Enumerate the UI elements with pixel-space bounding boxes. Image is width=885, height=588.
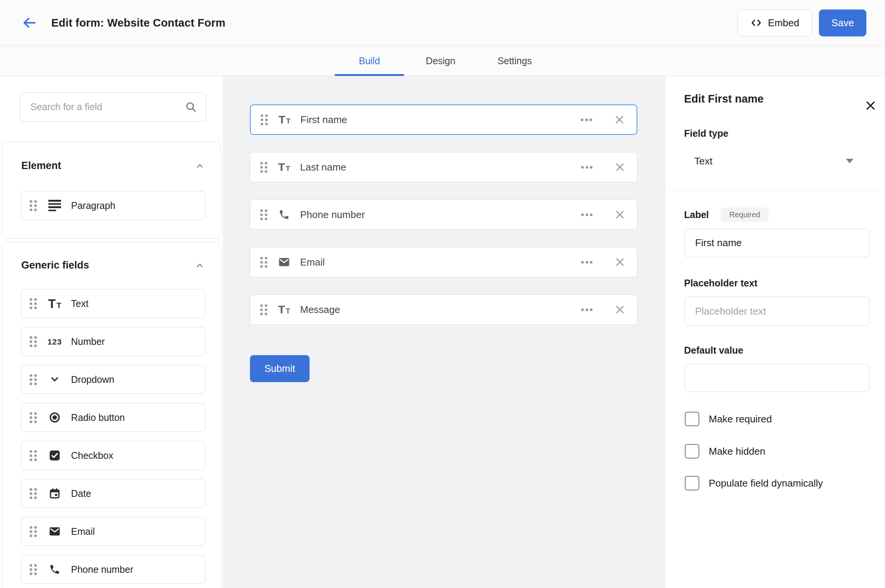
delete-field-button[interactable] <box>613 161 626 174</box>
close-icon <box>613 208 626 221</box>
delete-field-button[interactable] <box>613 208 626 221</box>
more-options-icon[interactable] <box>578 258 596 267</box>
chevron-down-icon <box>46 373 63 386</box>
more-options-icon[interactable] <box>578 305 596 314</box>
collapse-element-button[interactable] <box>194 160 205 172</box>
drag-handle-icon[interactable] <box>30 488 37 499</box>
drag-handle-icon[interactable] <box>260 257 267 268</box>
text-icon: TT <box>277 161 292 173</box>
palette-item-phone[interactable]: Phone number <box>21 555 205 584</box>
field-type-select[interactable]: Text <box>684 150 869 172</box>
drag-handle-icon[interactable] <box>260 209 267 220</box>
delete-field-button[interactable] <box>613 303 626 316</box>
drag-handle-icon[interactable] <box>30 412 37 423</box>
collapse-generic-button[interactable] <box>194 260 205 271</box>
tab-design[interactable]: Design <box>405 46 477 76</box>
populate-dynamically-checkbox-row[interactable]: Populate field dynamically <box>685 476 823 490</box>
panel-divider <box>665 190 885 190</box>
tab-settings-label: Settings <box>498 55 532 66</box>
calendar-icon <box>46 488 63 499</box>
palette-item-checkbox[interactable]: Checkbox <box>21 441 205 470</box>
palette-item-dropdown[interactable]: Dropdown <box>21 365 205 394</box>
tab-build[interactable]: Build <box>335 46 404 76</box>
back-arrow-icon <box>21 15 37 31</box>
palette-item-number[interactable]: 123 Number <box>21 327 205 356</box>
checkbox-unchecked-icon[interactable] <box>685 476 699 490</box>
drag-handle-icon[interactable] <box>260 304 267 315</box>
drag-handle-icon[interactable] <box>30 200 37 211</box>
form-canvas: TT First name TT Last name <box>224 76 665 588</box>
search-input[interactable] <box>20 101 185 112</box>
drag-handle-icon[interactable] <box>30 526 37 537</box>
drag-handle-icon[interactable] <box>261 114 268 125</box>
form-field-first-name[interactable]: TT First name <box>250 104 637 135</box>
drag-handle-icon[interactable] <box>30 450 37 461</box>
palette-item-email[interactable]: Email <box>21 517 205 546</box>
drag-handle-icon[interactable] <box>30 564 37 575</box>
palette-item-label: Paragraph <box>71 200 115 211</box>
panel-close-button[interactable] <box>862 97 879 114</box>
palette-item-label: Date <box>71 488 91 499</box>
more-options-icon[interactable] <box>578 210 596 219</box>
tab-bar: Build Design Settings <box>0 46 885 76</box>
checkbox-unchecked-icon[interactable] <box>685 444 699 458</box>
panel-title: Edit First name <box>684 93 764 105</box>
phone-icon <box>277 209 292 220</box>
drag-handle-icon[interactable] <box>30 298 37 309</box>
palette-item-radio[interactable]: Radio button <box>21 403 205 432</box>
default-value-input[interactable] <box>684 364 869 392</box>
drag-handle-icon[interactable] <box>30 336 37 347</box>
form-field-email[interactable]: Email <box>250 247 637 277</box>
placeholder-input[interactable] <box>684 297 869 326</box>
field-type-label: Field type <box>684 128 729 139</box>
delete-field-button[interactable] <box>613 113 626 126</box>
close-icon <box>864 99 877 112</box>
section-generic-header: Generic fields <box>21 259 205 271</box>
palette-item-label: Radio button <box>71 412 125 423</box>
palette-item-date[interactable]: Date <box>21 479 205 508</box>
form-field-phone-number[interactable]: Phone number <box>250 199 637 230</box>
label-label: Label <box>684 209 709 220</box>
form-field-label: Last name <box>300 161 346 173</box>
palette-item-label: Email <box>71 526 95 537</box>
tab-settings[interactable]: Settings <box>477 46 553 76</box>
envelope-icon <box>46 525 63 537</box>
embed-button[interactable]: Embed <box>738 9 812 36</box>
form-field-message[interactable]: TT Message <box>250 294 637 325</box>
section-element-header: Element <box>21 160 205 172</box>
form-field-label: Message <box>300 304 340 316</box>
more-options-icon[interactable] <box>578 163 596 172</box>
palette-item-label: Checkbox <box>71 450 113 461</box>
section-generic-title: Generic fields <box>21 259 89 271</box>
palette-item-text[interactable]: TT Text <box>21 289 205 318</box>
tab-design-label: Design <box>426 55 455 66</box>
form-field-last-name[interactable]: TT Last name <box>250 152 637 182</box>
checkbox-label: Make hidden <box>709 446 765 457</box>
form-field-label: First name <box>300 114 347 126</box>
chevron-up-icon <box>194 260 205 271</box>
make-hidden-checkbox-row[interactable]: Make hidden <box>685 444 765 458</box>
text-icon: TT <box>277 114 292 125</box>
search-icon <box>185 101 198 114</box>
save-button[interactable]: Save <box>819 9 866 36</box>
drag-handle-icon[interactable] <box>30 374 37 385</box>
label-row: Label Required <box>684 207 769 222</box>
palette-item-label: Phone number <box>71 564 133 575</box>
submit-button[interactable]: Submit <box>250 355 310 382</box>
form-field-label: Phone number <box>300 209 365 221</box>
number-icon: 123 <box>46 338 63 346</box>
drag-handle-icon[interactable] <box>260 162 267 173</box>
label-input[interactable] <box>684 229 869 257</box>
delete-field-button[interactable] <box>613 256 626 269</box>
caret-down-icon <box>846 159 853 163</box>
back-button[interactable] <box>21 14 38 31</box>
paragraph-icon <box>46 200 63 211</box>
palette-item-paragraph[interactable]: Paragraph <box>21 191 205 220</box>
phone-icon <box>46 564 63 575</box>
make-required-checkbox-row[interactable]: Make required <box>685 412 772 426</box>
top-bar: Edit form: Website Contact Form Embed Sa… <box>0 0 885 46</box>
more-options-icon[interactable] <box>578 115 595 124</box>
checkbox-unchecked-icon[interactable] <box>685 412 699 426</box>
radio-icon <box>46 411 63 424</box>
close-icon <box>613 113 626 126</box>
